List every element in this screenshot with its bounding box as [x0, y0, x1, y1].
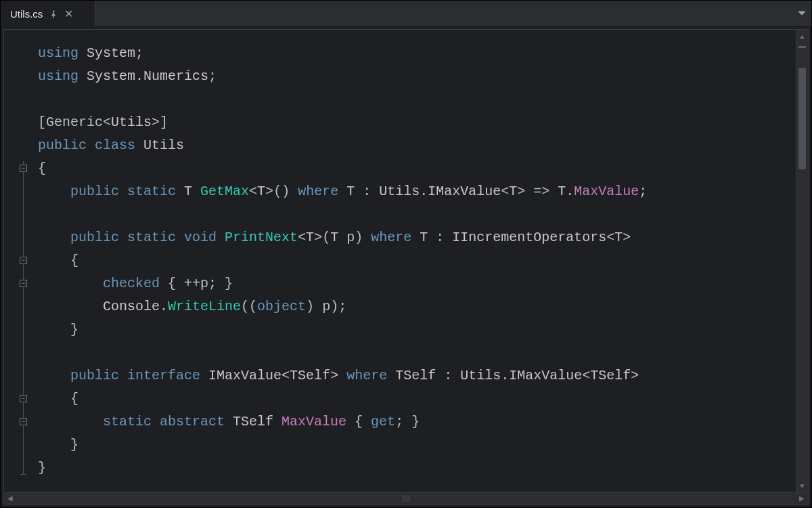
- code-line: }: [38, 457, 796, 480]
- code-line: {: [38, 387, 796, 410]
- code-line: [38, 88, 796, 111]
- vertical-scrollbar[interactable]: ▲ ▼: [796, 30, 808, 492]
- horizontal-scrollbar[interactable]: ◀ ▶: [4, 492, 808, 504]
- fold-toggle-icon[interactable]: −: [20, 418, 27, 425]
- editor-wrap: −−−−− using System;using System.Numerics…: [3, 29, 809, 505]
- pin-icon[interactable]: [49, 10, 58, 18]
- tab-overflow-menu-icon[interactable]: [798, 1, 806, 26]
- scroll-grip-icon: [398, 494, 414, 503]
- fold-toggle-icon[interactable]: −: [20, 257, 27, 264]
- scroll-left-arrow-icon[interactable]: ◀: [4, 492, 16, 505]
- tab-bar: Utils.cs ✕: [1, 1, 811, 26]
- scroll-down-arrow-icon[interactable]: ▼: [796, 480, 808, 492]
- code-line: [38, 341, 796, 364]
- code-line: [Generic<Utils>]: [38, 111, 796, 134]
- close-icon[interactable]: ✕: [64, 9, 73, 20]
- fold-toggle-icon[interactable]: −: [20, 280, 27, 287]
- code-area[interactable]: using System;using System.Numerics;[Gene…: [31, 30, 796, 492]
- code-line: }: [38, 433, 796, 457]
- tab-filename: Utils.cs: [10, 8, 43, 20]
- scroll-marker: [798, 46, 806, 48]
- scroll-right-arrow-icon[interactable]: ▶: [796, 492, 808, 505]
- tab-utils-cs[interactable]: Utils.cs ✕: [1, 1, 95, 26]
- scroll-up-arrow-icon[interactable]: ▲: [796, 30, 808, 42]
- fold-gutter: −−−−−: [4, 30, 31, 492]
- editor-body: −−−−− using System;using System.Numerics…: [4, 30, 808, 492]
- editor-window: Utils.cs ✕ −−−−− using System;using Syst…: [0, 0, 812, 508]
- fold-toggle-icon[interactable]: −: [20, 165, 27, 172]
- code-line: public static T GetMax<T>() where T : Ut…: [38, 180, 796, 203]
- vertical-scroll-thumb[interactable]: [798, 68, 806, 169]
- code-line: [38, 203, 796, 226]
- code-line: {: [38, 249, 796, 272]
- code-line: {: [38, 157, 796, 180]
- code-line: using System.Numerics;: [38, 65, 796, 88]
- code-line: Console.WriteLine((object) p);: [38, 295, 796, 318]
- fold-toggle-icon[interactable]: −: [20, 395, 27, 402]
- code-line: using System;: [38, 42, 796, 65]
- code-line: }: [38, 318, 796, 341]
- code-line: public static void PrintNext<T>(T p) whe…: [38, 226, 796, 249]
- code-line: public class Utils: [38, 134, 796, 157]
- code-line: checked { ++p; }: [38, 272, 796, 295]
- code-line: static abstract TSelf MaxValue { get; }: [38, 410, 796, 433]
- horizontal-scroll-track[interactable]: [16, 492, 796, 504]
- vertical-scroll-track[interactable]: [796, 42, 808, 480]
- code-line: public interface IMaxValue<TSelf> where …: [38, 364, 796, 387]
